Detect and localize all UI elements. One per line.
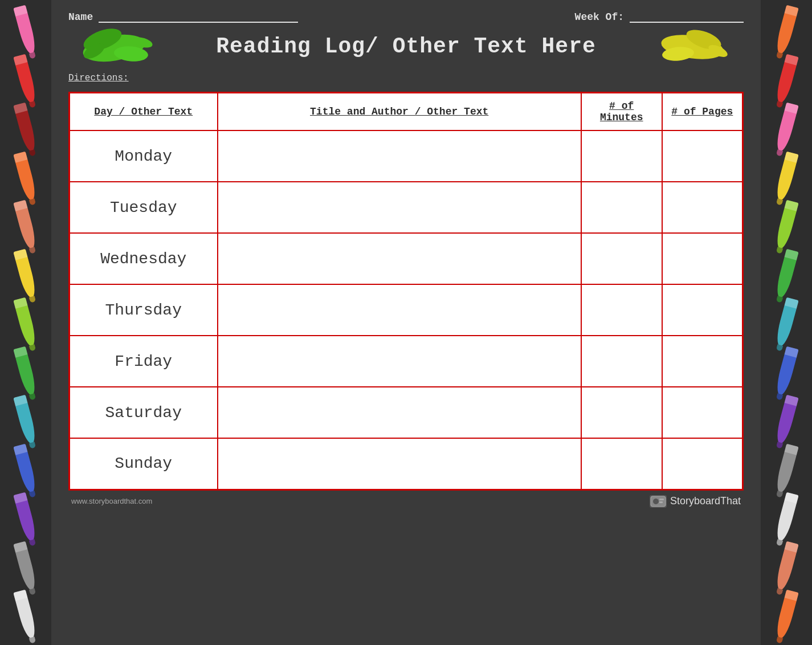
table-row: Monday [70,130,743,182]
crayon [774,151,798,201]
crayon [774,492,798,542]
day-thursday: Thursday [70,284,218,336]
day-monday: Monday [70,130,218,182]
svg-rect-12 [659,501,663,503]
day-saturday: Saturday [70,387,218,438]
footer-brand: StoryboardThat [650,495,741,508]
table-row: Thursday [70,284,743,336]
title-area: Reading Log/ Other Text Here [68,28,744,64]
pages-thursday [662,284,743,336]
title-friday [218,336,581,387]
pages-friday [662,336,743,387]
minutes-sunday [581,438,662,489]
minutes-saturday [581,387,662,438]
week-label: Week Of: [575,11,624,23]
week-input-line [630,11,744,23]
main-content: Name Week Of: Reading Log/ Other Text He… [51,0,761,645]
brand-icon [650,495,667,508]
pages-wednesday [662,233,743,284]
crayon [13,248,38,299]
crayon [13,151,38,201]
title-monday [218,130,581,182]
pages-monday [662,130,743,182]
title-sunday [218,438,581,489]
minutes-monday [581,130,662,182]
crayon [13,297,38,348]
table-header-row: Day / Other Text Title and Author / Othe… [70,93,743,131]
crayon-border-right [761,0,812,645]
footer-url: www.storyboardthat.com [71,497,152,505]
name-field: Name [68,11,298,23]
crayon [13,590,38,640]
crayon [13,492,38,542]
pages-saturday [662,387,743,438]
crayon [774,346,798,396]
table-row: Friday [70,336,743,387]
pages-sunday [662,438,743,489]
table-row: Sunday [70,438,743,489]
crayon [774,200,798,250]
name-label: Name [68,11,93,23]
week-field: Week Of: [575,11,744,23]
paint-splat-left [80,22,165,71]
table-row: Tuesday [70,182,743,233]
col-header-pages: # of Pages [662,93,743,131]
directions-label: Directions: [68,73,744,83]
crayon [13,346,38,396]
table-row: Wednesday [70,233,743,284]
name-input-line [99,11,298,23]
title-wednesday [218,233,581,284]
reading-table: Day / Other Text Title and Author / Othe… [68,92,744,491]
day-friday: Friday [70,336,218,387]
minutes-friday [581,336,662,387]
crayon [774,541,798,591]
svg-rect-11 [659,499,664,500]
col-header-day: Day / Other Text [70,93,218,131]
col-header-minutes: # of Minutes [581,93,662,131]
table-row: Saturday [70,387,743,438]
page-title: Reading Log/ Other Text Here [216,34,596,59]
paint-splat-right [652,25,732,68]
brand-name: StoryboardThat [670,495,741,507]
minutes-wednesday [581,233,662,284]
crayon [774,590,798,640]
minutes-tuesday [581,182,662,233]
title-thursday [218,284,581,336]
title-tuesday [218,182,581,233]
minutes-thursday [581,284,662,336]
title-saturday [218,387,581,438]
crayon [13,200,38,250]
crayon [774,297,798,348]
crayon [13,443,38,493]
footer: www.storyboardthat.com StoryboardThat [68,495,744,508]
crayon [774,395,798,445]
day-wednesday: Wednesday [70,233,218,284]
crayon [774,443,798,493]
day-sunday: Sunday [70,438,218,489]
crayon [774,248,798,299]
crayon [774,103,798,153]
crayon [774,54,798,104]
svg-point-10 [653,499,659,504]
crayon [13,54,38,104]
crayon [13,541,38,591]
day-tuesday: Tuesday [70,182,218,233]
crayon [13,103,38,153]
crayon [13,5,38,55]
pages-tuesday [662,182,743,233]
crayon-border-left [0,0,51,645]
crayon [13,395,38,445]
col-header-title: Title and Author / Other Text [218,93,581,131]
crayon [774,5,798,55]
header-row: Name Week Of: [68,11,744,23]
